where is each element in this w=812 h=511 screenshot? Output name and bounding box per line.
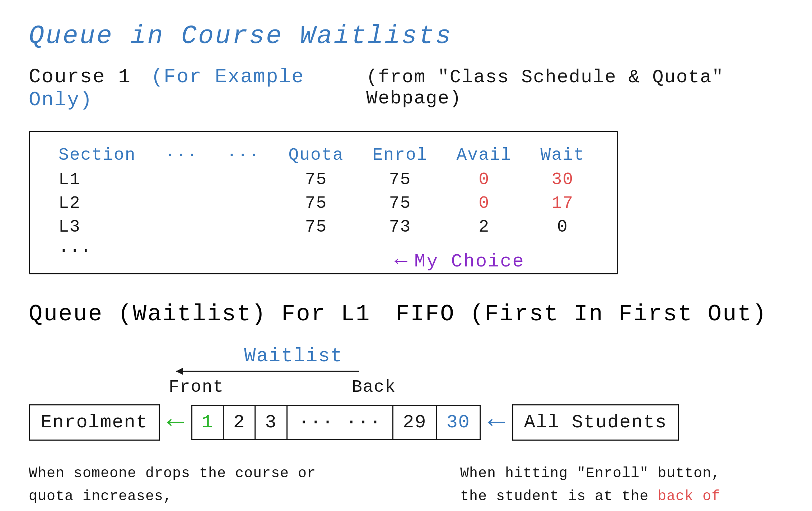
my-choice-annotation: ← My Choice — [395, 249, 525, 274]
enrol-l3: 73 — [358, 215, 442, 239]
svg-marker-1 — [176, 368, 183, 375]
col-header-quota: Quota — [274, 143, 358, 168]
explanation-right-line1: When hitting "Enroll" button, — [460, 462, 747, 485]
dots-l1-2 — [212, 168, 274, 191]
explanation-left: When someone drops the course or quota i… — [29, 462, 352, 511]
dots-l2-1 — [150, 191, 212, 215]
my-choice-label: My Choice — [414, 251, 525, 272]
explanation-left-line1: When someone drops the course or quota i… — [29, 462, 352, 508]
waitlist-arrow-svg — [172, 365, 363, 379]
section-l3: L3 — [44, 215, 150, 239]
all-students-box: All Students — [512, 404, 679, 441]
waitlist-label: Waitlist — [244, 345, 343, 367]
dots-l1-1 — [150, 168, 212, 191]
col-header-wait: Wait — [526, 143, 599, 168]
section-dots: ··· — [44, 239, 150, 263]
dots-l3-1 — [150, 215, 212, 239]
col-header-avail: Avail — [442, 143, 526, 168]
my-choice-arrow: ← — [395, 249, 409, 274]
table-row: L1 75 75 0 30 — [44, 168, 599, 191]
queue-cell-30: 30 — [437, 406, 479, 439]
col-header-enrol: Enrol — [358, 143, 442, 168]
col-header-dots1: ··· — [150, 143, 212, 168]
explanation-right: When hitting "Enroll" button, the studen… — [460, 462, 783, 511]
cells-row: Enrolment ← 1 2 3 ··· ··· 29 30 ← All St… — [29, 404, 783, 441]
queue-cells: 1 2 3 ··· ··· 29 30 — [191, 405, 481, 440]
queue-cell-3: 3 — [256, 406, 287, 439]
queue-title-part2: FIFO (First In First Out) — [396, 301, 767, 327]
dots-l2-2 — [212, 191, 274, 215]
explanation-right-prefix: the student is at the — [460, 488, 658, 505]
course-header: Course 1 (For Example Only) — [29, 65, 345, 111]
quota-l2: 75 — [274, 191, 358, 215]
col-header-dots2: ··· — [212, 143, 274, 168]
wait-l3: 0 — [526, 215, 599, 239]
section-l2: L2 — [44, 191, 150, 215]
back-label: Back — [352, 377, 396, 397]
wait-l2: 17 — [526, 191, 599, 215]
front-label: Front — [169, 377, 224, 397]
explanation-left-line2: the first student in the Queue enrols in… — [29, 508, 352, 511]
course-table: Section ··· ··· Quota Enrol Avail Wait L… — [44, 143, 599, 263]
avail-l3: 2 — [442, 215, 526, 239]
explanation-right-line2: the student is at the back of the Queue — [460, 485, 747, 511]
course-number: Course 1 — [29, 65, 131, 88]
table-row: L3 75 73 2 0 — [44, 215, 599, 239]
course-table-container: Section ··· ··· Quota Enrol Avail Wait L… — [29, 131, 618, 274]
table-row: L2 75 75 0 17 — [44, 191, 599, 215]
queue-cell-1: 1 — [192, 406, 224, 439]
avail-l2: 0 — [442, 191, 526, 215]
explanations-row: When someone drops the course or quota i… — [29, 462, 783, 511]
dots-l3-2 — [212, 215, 274, 239]
queue-cell-2: 2 — [224, 406, 256, 439]
enrol-l1: 75 — [358, 168, 442, 191]
section-l1: L1 — [44, 168, 150, 191]
course-from: (from "Class Schedule & Quota" Webpage) — [366, 67, 783, 109]
quota-l1: 75 — [274, 168, 358, 191]
queue-title-part1: Queue (Waitlist) For L1 — [29, 301, 370, 327]
enrol-l2: 75 — [358, 191, 442, 215]
wait-l1: 30 — [526, 168, 599, 191]
avail-l1: 0 — [442, 168, 526, 191]
queue-cell-29: 29 — [393, 406, 437, 439]
col-header-section: Section — [44, 143, 150, 168]
blue-arrow-icon: ← — [488, 408, 505, 437]
green-arrow-icon: ← — [167, 408, 184, 437]
waitlist-diagram: Waitlist Front Back Enrolment ← 1 2 3 ··… — [29, 345, 783, 441]
page-title: Queue in Course Waitlists — [29, 22, 783, 51]
quota-l3: 75 — [274, 215, 358, 239]
enrollment-box: Enrolment — [29, 404, 160, 441]
queue-cell-dots: ··· ··· — [288, 406, 393, 439]
